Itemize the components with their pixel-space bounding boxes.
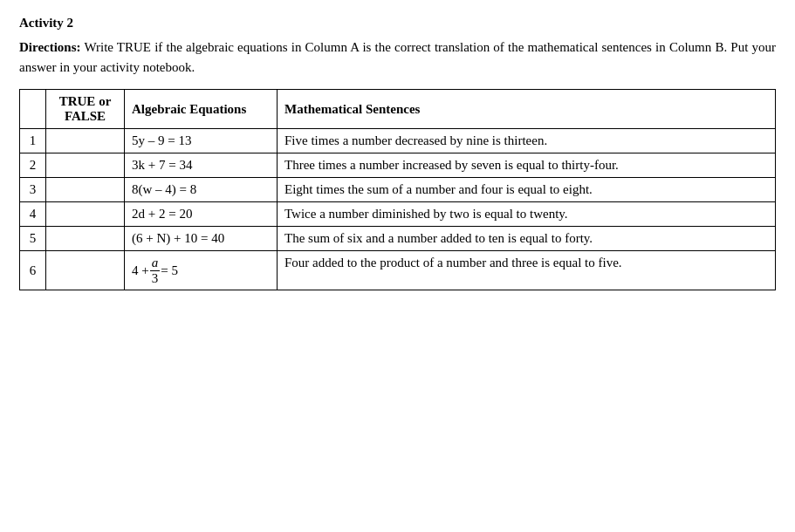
row-algebraic-equation: 5y – 9 = 13 (125, 129, 278, 153)
table-row: 64 + a3 = 5Four added to the product of … (20, 251, 776, 290)
table-row: 23k + 7 = 34Three times a number increas… (20, 153, 776, 178)
row-algebraic-equation: 4 + a3 = 5 (125, 251, 278, 290)
fraction-numerator: a (150, 256, 161, 271)
row-number: 1 (20, 129, 46, 153)
row-true-false[interactable] (46, 251, 125, 290)
row-number: 5 (20, 227, 46, 251)
row-number: 4 (20, 202, 46, 227)
activity-title: Activity 2 (19, 16, 776, 31)
row-algebraic-equation: 2d + 2 = 20 (125, 202, 278, 227)
directions-text: Write TRUE if the algebraic equations in… (19, 40, 776, 74)
row-algebraic-equation: 8(w – 4) = 8 (125, 178, 278, 202)
activity-table: TRUE or FALSE Algebraic Equations Mathem… (19, 89, 776, 290)
header-true-false: TRUE or FALSE (46, 90, 125, 129)
row-true-false[interactable] (46, 129, 125, 153)
row-math-sentence: Twice a number diminished by two is equa… (278, 202, 776, 227)
table-row: 15y – 9 = 13Five times a number decrease… (20, 129, 776, 153)
directions-paragraph: Directions: Write TRUE if the algebraic … (19, 38, 776, 77)
fraction: a3 (150, 256, 161, 285)
table-body: 15y – 9 = 13Five times a number decrease… (20, 129, 776, 290)
fraction-suffix: = 5 (161, 263, 178, 278)
row-number: 2 (20, 153, 46, 178)
fraction-prefix: 4 + (132, 263, 149, 278)
row-algebraic-equation: 3k + 7 = 34 (125, 153, 278, 178)
row-math-sentence: The sum of six and a number added to ten… (278, 227, 776, 251)
row-true-false[interactable] (46, 153, 125, 178)
table-row: 5(6 + N) + 10 = 40The sum of six and a n… (20, 227, 776, 251)
algebraic-fraction-expression: 4 + a3 = 5 (132, 256, 178, 285)
table-row: 38(w – 4) = 8Eight times the sum of a nu… (20, 178, 776, 202)
row-true-false[interactable] (46, 178, 125, 202)
table-row: 42d + 2 = 20Twice a number diminished by… (20, 202, 776, 227)
row-true-false[interactable] (46, 202, 125, 227)
header-num (20, 90, 46, 129)
row-algebraic-equation: (6 + N) + 10 = 40 (125, 227, 278, 251)
row-number: 6 (20, 251, 46, 290)
row-math-sentence: Five times a number decreased by nine is… (278, 129, 776, 153)
header-algebraic: Algebraic Equations (125, 90, 278, 129)
row-math-sentence: Four added to the product of a number an… (278, 251, 776, 290)
table-header-row: TRUE or FALSE Algebraic Equations Mathem… (20, 90, 776, 129)
row-number: 3 (20, 178, 46, 202)
directions-label: Directions: (19, 40, 81, 54)
header-math-sentences: Mathematical Sentences (278, 90, 776, 129)
row-math-sentence: Eight times the sum of a number and four… (278, 178, 776, 202)
fraction-denominator: 3 (150, 271, 161, 286)
row-true-false[interactable] (46, 227, 125, 251)
row-math-sentence: Three times a number increased by seven … (278, 153, 776, 178)
